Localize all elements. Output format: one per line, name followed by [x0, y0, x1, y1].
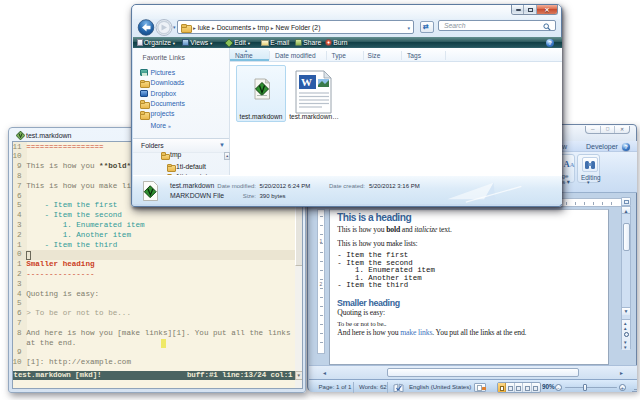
svg-text:W: W	[301, 76, 312, 88]
